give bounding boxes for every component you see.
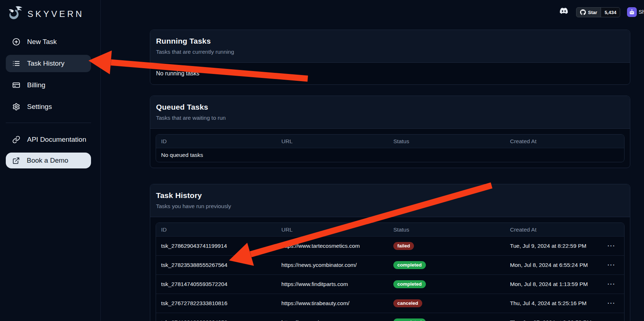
- sidebar: SKYVERN New Task Task History Billing Se…: [0, 0, 101, 321]
- queued-tasks-empty-message: No queued tasks: [156, 148, 624, 162]
- task-id-cell: tsk_278629043741199914: [156, 237, 276, 255]
- status-badge: completed: [393, 280, 426, 289]
- status-badge: completed: [393, 261, 426, 269]
- sidebar-item-new-task[interactable]: New Task: [6, 33, 91, 50]
- sidebar-item-label: Settings: [27, 103, 52, 111]
- row-actions-button[interactable]: ···: [599, 313, 624, 321]
- task-history-row[interactable]: tsk_274180139292204058https://www.geico.…: [156, 313, 624, 321]
- sidebar-divider: [6, 123, 91, 123]
- status-badge: completed: [393, 318, 426, 321]
- sidebar-item-label: Task History: [27, 60, 64, 67]
- sidebar-item-book-a-demo[interactable]: Book a Demo: [6, 153, 91, 168]
- queued-tasks-card: Queued Tasks Tasks that are waiting to r…: [150, 96, 630, 168]
- main-content: Running Tasks Tasks that are currently r…: [101, 0, 644, 321]
- column-header-status: Status: [388, 223, 505, 236]
- task-url-cell: https://www.finditparts.com: [276, 275, 388, 294]
- task-history-card: Task History Tasks you have run previous…: [150, 184, 630, 321]
- external-link-icon: [12, 157, 20, 164]
- task-history-row[interactable]: tsk_278147405593572204https://www.findit…: [156, 274, 624, 294]
- task-url-cell: https://www.tartecosmetics.com: [276, 237, 388, 255]
- column-header-created-at: Created At: [505, 135, 624, 148]
- task-created-at-cell: Mon, Jul 8, 2024 at 6:55:24 PM: [505, 256, 599, 274]
- task-id-cell: tsk_278235388555267564: [156, 256, 276, 274]
- task-history-row[interactable]: tsk_278629043741199914https://www.tartec…: [156, 236, 624, 255]
- brand-name: SKYVERN: [27, 9, 84, 19]
- column-header-created-at: Created At: [505, 223, 599, 236]
- sidebar-item-settings[interactable]: Settings: [6, 98, 91, 115]
- column-header-url: URL: [276, 223, 388, 236]
- task-status-cell: completed: [388, 275, 505, 294]
- task-id-cell: tsk_276727822333810816: [156, 294, 276, 313]
- sidebar-item-billing[interactable]: Billing: [6, 76, 91, 94]
- sidebar-item-label: API Documentation: [27, 136, 86, 144]
- brand-logo[interactable]: SKYVERN: [6, 4, 91, 25]
- status-badge: canceled: [393, 299, 422, 308]
- task-url-cell: https://www.tirabeauty.com/: [276, 294, 388, 313]
- dragon-logo-icon: [6, 5, 24, 23]
- row-actions-button[interactable]: ···: [599, 237, 624, 255]
- credit-card-icon: [12, 81, 20, 89]
- card-title: Running Tasks: [156, 37, 624, 45]
- task-url-cell: https://news.ycombinator.com/: [276, 256, 388, 274]
- card-subtitle: Tasks that are currently running: [156, 49, 624, 55]
- running-tasks-header: Running Tasks Tasks that are currently r…: [150, 30, 630, 63]
- link-icon: [12, 136, 20, 144]
- list-icon: [12, 60, 20, 67]
- column-header-actions: [599, 223, 624, 236]
- task-history-header: Task History Tasks you have run previous…: [150, 184, 630, 217]
- status-badge: failed: [393, 242, 414, 250]
- plus-circle-icon: [12, 38, 20, 46]
- card-title: Queued Tasks: [156, 103, 624, 111]
- task-created-at-cell: Thu, Jul 4, 2024 at 5:25:16 PM: [505, 294, 599, 313]
- running-tasks-empty-message: No running tasks: [150, 63, 630, 84]
- queued-tasks-header: Queued Tasks Tasks that are waiting to r…: [150, 96, 630, 129]
- task-status-cell: failed: [388, 237, 505, 255]
- sidebar-item-label: New Task: [27, 38, 57, 46]
- task-history-rows: tsk_278629043741199914https://www.tartec…: [156, 236, 624, 321]
- table-header-row: ID URL Status Created At: [156, 135, 624, 148]
- task-created-at-cell: Thu, Jun 27, 2024 at 8:38:58 PM: [505, 313, 599, 321]
- task-history-row[interactable]: tsk_276727822333810816https://www.tirabe…: [156, 294, 624, 313]
- sidebar-item-task-history[interactable]: Task History: [6, 55, 91, 72]
- task-created-at-cell: Mon, Jul 8, 2024 at 1:13:59 PM: [505, 275, 599, 294]
- task-status-cell: completed: [388, 256, 505, 274]
- column-header-status: Status: [388, 135, 505, 148]
- row-actions-button[interactable]: ···: [599, 275, 624, 294]
- sidebar-item-label: Book a Demo: [27, 157, 68, 164]
- task-id-cell: tsk_274180139292204058: [156, 313, 276, 321]
- running-tasks-card: Running Tasks Tasks that are currently r…: [150, 30, 630, 85]
- card-subtitle: Tasks that are waiting to run: [156, 115, 624, 121]
- card-title: Task History: [156, 191, 624, 200]
- card-subtitle: Tasks you have run previously: [156, 203, 624, 210]
- task-id-cell: tsk_278147405593572204: [156, 275, 276, 294]
- column-header-id: ID: [156, 135, 276, 148]
- task-created-at-cell: Tue, Jul 9, 2024 at 8:22:59 PM: [505, 237, 599, 255]
- sidebar-item-label: Billing: [27, 81, 46, 89]
- task-history-table: ID URL Status Created At tsk_27862904374…: [156, 223, 624, 321]
- table-header-row: ID URL Status Created At: [156, 223, 624, 236]
- task-history-row[interactable]: tsk_278235388555267564https://news.ycomb…: [156, 255, 624, 274]
- sidebar-nav: New Task Task History Billing Settings A…: [6, 33, 91, 168]
- task-status-cell: completed: [388, 313, 505, 321]
- column-header-url: URL: [276, 135, 388, 148]
- row-actions-button[interactable]: ···: [599, 294, 624, 313]
- task-url-cell: https://www.geico.com: [276, 313, 388, 321]
- gear-icon: [12, 103, 20, 111]
- sidebar-item-api-documentation[interactable]: API Documentation: [6, 131, 91, 148]
- queued-tasks-table: ID URL Status Created At No queued tasks: [156, 134, 624, 162]
- app-root: SKYVERN New Task Task History Billing Se…: [0, 0, 644, 321]
- task-status-cell: canceled: [388, 294, 505, 313]
- row-actions-button[interactable]: ···: [599, 256, 624, 274]
- column-header-id: ID: [156, 223, 276, 236]
